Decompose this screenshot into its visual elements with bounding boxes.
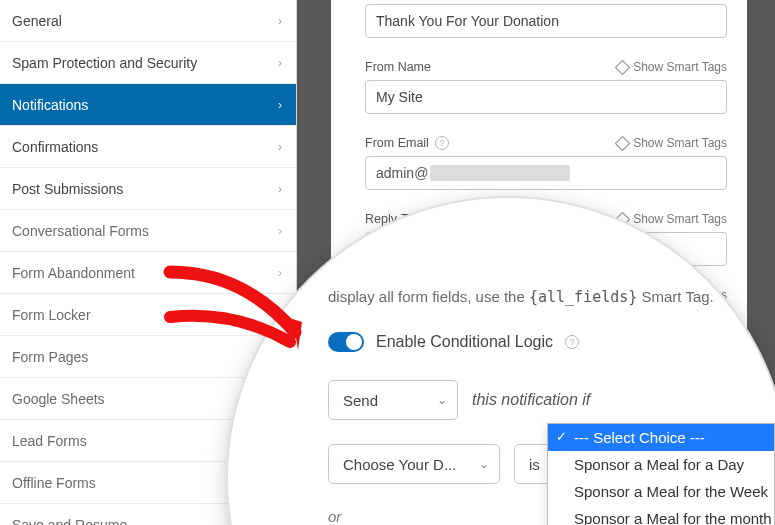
conditional-logic-label: Enable Conditional Logic — [376, 333, 553, 351]
chevron-right-icon: › — [278, 266, 282, 280]
chevron-right-icon: › — [278, 140, 282, 154]
conditional-logic-toggle[interactable] — [328, 332, 364, 352]
chevron-down-icon: ⌄ — [479, 457, 489, 471]
value-select-dropdown[interactable]: --- Select Choice ---Sponsor a Meal for … — [547, 423, 775, 525]
show-smart-tags-link[interactable]: Show Smart Tags — [615, 136, 727, 150]
sidebar-item-label: Save and Resume — [12, 517, 127, 526]
show-smart-tags-link[interactable]: Show Smart Tags — [615, 212, 727, 226]
redacted-text — [430, 165, 570, 181]
sidebar-item-label: Confirmations — [12, 139, 98, 155]
sidebar-item-label: Form Pages — [12, 349, 88, 365]
dropdown-option[interactable]: Sponsor a Meal for a Day — [548, 451, 774, 478]
sidebar-item-label: Offline Forms — [12, 475, 96, 491]
if-text: this notification if — [472, 391, 590, 409]
from-name-input[interactable] — [365, 80, 727, 114]
chevron-right-icon: › — [278, 224, 282, 238]
dropdown-option[interactable]: Sponsor a Meal for the month — [548, 505, 774, 525]
from-email-label: From Email — [365, 136, 429, 150]
sidebar-item-label: Form Abandonment — [12, 265, 135, 281]
help-icon[interactable]: ? — [565, 335, 579, 349]
sidebar-item-confirmations[interactable]: Confirmations› — [0, 126, 296, 168]
sidebar-item-label: Notifications — [12, 97, 88, 113]
subject-input[interactable] — [365, 4, 727, 38]
sidebar-item-form-locker[interactable]: Form Locker› — [0, 294, 296, 336]
sidebar-item-label: Post Submissions — [12, 181, 123, 197]
chevron-right-icon: › — [278, 182, 282, 196]
show-smart-tags-link[interactable]: Show Smart Tags — [615, 60, 727, 74]
sidebar-item-label: General — [12, 13, 62, 29]
sidebar-item-notifications[interactable]: Notifications› — [0, 84, 296, 126]
sidebar-item-post-submissions[interactable]: Post Submissions› — [0, 168, 296, 210]
tag-icon — [615, 138, 628, 148]
sidebar-item-label: Lead Forms — [12, 433, 87, 449]
from-name-label: From Name — [365, 60, 431, 74]
chevron-down-icon: ⌄ — [437, 393, 447, 407]
tag-icon — [615, 62, 628, 72]
sidebar-item-spam-protection-and-security[interactable]: Spam Protection and Security› — [0, 42, 296, 84]
chevron-right-icon: › — [278, 56, 282, 70]
sidebar-item-label: Spam Protection and Security — [12, 55, 197, 71]
action-select[interactable]: Send⌄ — [328, 380, 458, 420]
dropdown-option[interactable]: --- Select Choice --- — [548, 424, 774, 451]
from-email-input[interactable]: admin@ — [365, 156, 727, 190]
dropdown-option[interactable]: Sponsor a Meal for the Week — [548, 478, 774, 505]
sidebar-item-label: Conversational Forms — [12, 223, 149, 239]
sidebar-item-label: Form Locker — [12, 307, 91, 323]
chevron-right-icon: › — [278, 98, 282, 112]
sidebar-item-general[interactable]: General› — [0, 0, 296, 42]
field-select[interactable]: Choose Your D...⌄ — [328, 444, 500, 484]
help-icon[interactable]: ? — [435, 136, 449, 150]
sidebar-item-form-abandonment[interactable]: Form Abandonment› — [0, 252, 296, 294]
chevron-right-icon: › — [278, 14, 282, 28]
hint-text: display all form fields, use the {all_fi… — [328, 288, 748, 306]
sidebar-item-conversational-forms[interactable]: Conversational Forms› — [0, 210, 296, 252]
sidebar-item-label: Google Sheets — [12, 391, 105, 407]
